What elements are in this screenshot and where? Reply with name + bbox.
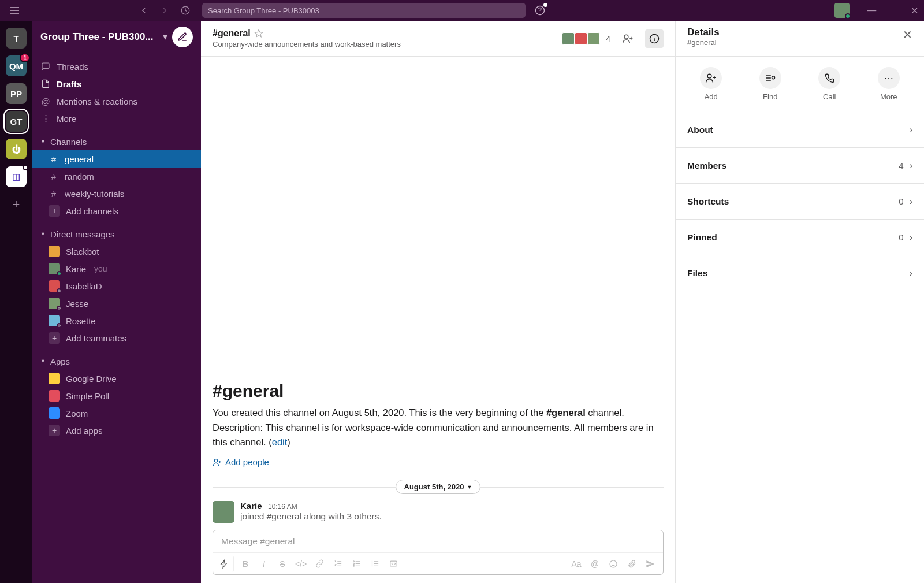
member-avatars[interactable]: 4 [565, 32, 610, 45]
panel-row-shortcuts[interactable]: Shortcuts 0 › [676, 184, 924, 220]
link-icon[interactable] [311, 556, 327, 572]
dms-section[interactable]: ▼ Direct messages [32, 225, 201, 243]
attach-icon[interactable] [624, 556, 640, 572]
panel-action-find[interactable]: Find [759, 67, 781, 101]
panel-row-members[interactable]: Members 4 › [676, 148, 924, 184]
ordered-list-icon[interactable] [330, 556, 346, 572]
compose-button[interactable] [172, 27, 193, 47]
close-icon[interactable]: ✕ [903, 28, 912, 42]
mention-icon[interactable]: @ [587, 556, 603, 572]
nav-mentions[interactable]: @ Mentions & reactions [32, 92, 201, 110]
dm-isabellad[interactable]: IsabellaD [32, 277, 201, 295]
panel-action-add[interactable]: Add [700, 67, 722, 101]
code-block-icon[interactable] [385, 556, 401, 572]
star-icon[interactable] [254, 29, 263, 38]
message-composer[interactable]: Message #general B I S </> Aa @ [213, 530, 664, 575]
workspace-ws-pp[interactable]: PP [6, 83, 27, 104]
workspace-ws-app[interactable]: ◫ [6, 166, 27, 187]
member-count: 4 [606, 34, 610, 43]
code-icon[interactable]: </> [293, 556, 309, 572]
panel-row-pinned[interactable]: Pinned 0 › [676, 220, 924, 255]
plus-icon: + [49, 425, 60, 436]
message-timestamp[interactable]: 10:16 AM [268, 503, 297, 511]
channels-section[interactable]: ▼ Channels [32, 133, 201, 150]
dm-karie[interactable]: Karieyou [32, 260, 201, 277]
dm-slackbot[interactable]: Slackbot [32, 243, 201, 260]
svg-point-7 [353, 565, 354, 566]
add-people-link[interactable]: Add people [213, 457, 664, 467]
details-icon[interactable] [645, 29, 664, 48]
workspace-rail: TQM1PPGT⏻◫+ [0, 21, 32, 583]
blockquote-icon[interactable] [367, 556, 383, 572]
composer-input[interactable]: Message #general [213, 530, 663, 552]
edit-description-link[interactable]: edit [272, 437, 288, 447]
message-author[interactable]: Karie [240, 501, 262, 511]
emoji-icon[interactable] [605, 556, 621, 572]
panel-action-more[interactable]: ⋯ More [878, 67, 900, 101]
strikethrough-icon[interactable]: S [274, 556, 290, 572]
add-workspace-button[interactable]: + [6, 194, 27, 215]
search-input[interactable]: Search Group Three - PUB30003 [202, 3, 526, 18]
channel-weekly-tutorials[interactable]: #weekly-tutorials [32, 185, 201, 202]
hamburger-icon[interactable] [6, 7, 23, 14]
italic-icon[interactable]: I [256, 556, 272, 572]
date-divider[interactable]: August 5th, 2020 ▼ [396, 480, 481, 494]
app-icon [49, 390, 60, 402]
add-channels[interactable]: + Add channels [32, 202, 201, 220]
history-back-icon[interactable] [139, 5, 149, 16]
avatar [49, 298, 60, 309]
help-icon[interactable] [534, 5, 546, 16]
dm-jesse[interactable]: Jesse [32, 295, 201, 312]
user-avatar[interactable] [834, 3, 850, 18]
plus-icon: + [49, 205, 60, 217]
window-maximize-icon[interactable]: □ [891, 5, 896, 16]
add-person-icon [700, 67, 722, 89]
app-zoom[interactable]: Zoom [32, 404, 201, 422]
history-forward-icon[interactable] [159, 5, 170, 16]
nav-drafts[interactable]: Drafts [32, 75, 201, 92]
more-horizontal-icon: ⋯ [878, 67, 900, 89]
add-channels-label: Add channels [66, 206, 118, 216]
workspace-ws-t[interactable]: T [6, 28, 27, 49]
message-row: Karie 10:16 AM joined #general along wit… [213, 497, 664, 530]
panel-action-call[interactable]: Call [818, 67, 840, 101]
bold-icon[interactable]: B [237, 556, 254, 572]
workspace-ws-power[interactable]: ⏻ [6, 139, 27, 159]
channel-random[interactable]: #random [32, 168, 201, 185]
send-icon[interactable] [642, 556, 658, 572]
details-panel: Details #general ✕ Add Find Call ⋯ More [676, 21, 924, 583]
workspace-ws-qm[interactable]: QM1 [6, 55, 27, 76]
add-people-icon[interactable] [619, 29, 637, 48]
nav-more-label: More [57, 114, 76, 124]
workspace-ws-gt[interactable]: GT [6, 111, 27, 132]
panel-row-about[interactable]: About › [676, 112, 924, 148]
add-apps[interactable]: + Add apps [32, 422, 201, 439]
nav-threads[interactable]: Threads [32, 58, 201, 75]
svg-point-6 [353, 563, 354, 565]
history-clock-icon[interactable] [180, 5, 191, 16]
apps-section[interactable]: ▼ Apps [32, 352, 201, 370]
add-people-label: Add people [225, 457, 269, 467]
panel-row-files[interactable]: Files › [676, 255, 924, 291]
hash-icon: # [49, 189, 59, 199]
hash-icon: # [49, 154, 59, 164]
app-simple-poll[interactable]: Simple Poll [32, 387, 201, 404]
nav-more[interactable]: ⋮ More [32, 110, 201, 127]
format-icon[interactable]: Aa [568, 556, 584, 572]
channel-name[interactable]: #general [213, 28, 251, 39]
add-teammates[interactable]: + Add teammates [32, 329, 201, 347]
dm-rosette[interactable]: Rosette [32, 312, 201, 329]
window-minimize-icon[interactable]: — [867, 5, 876, 16]
triangle-down-icon: ▼ [40, 231, 46, 237]
window-close-icon[interactable]: ✕ [911, 5, 918, 16]
chevron-down-icon: ▾ [163, 31, 167, 42]
svg-point-2 [624, 35, 628, 39]
channels-header: Channels [50, 137, 87, 147]
channel-general[interactable]: #general [32, 150, 201, 168]
message-avatar[interactable] [213, 501, 234, 523]
threads-icon [40, 62, 51, 71]
workspace-switcher[interactable]: Group Three - PUB300... ▾ [32, 21, 201, 53]
shortcuts-icon[interactable] [218, 556, 234, 572]
app-google-drive[interactable]: Google Drive [32, 370, 201, 387]
bullet-list-icon[interactable] [348, 556, 364, 572]
